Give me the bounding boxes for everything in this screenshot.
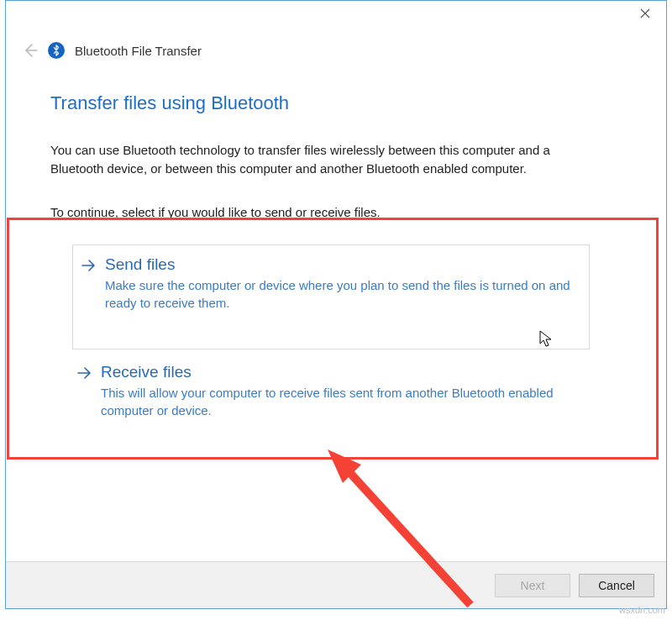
- option-send-desc: Make sure the computer or device where y…: [105, 276, 575, 312]
- watermark-text: wsxdn.com: [619, 605, 665, 615]
- arrow-left-icon: [21, 42, 38, 59]
- option-send-body: Send files Make sure the computer or dev…: [105, 255, 575, 312]
- option-receive-title: Receive files: [101, 363, 571, 381]
- option-send-files[interactable]: Send files Make sure the computer or dev…: [72, 244, 590, 349]
- cancel-button[interactable]: Cancel: [579, 574, 654, 597]
- dialog-window: Bluetooth File Transfer Transfer files u…: [5, 0, 667, 609]
- intro-text: You can use Bluetooth technology to tran…: [50, 141, 588, 178]
- option-receive-desc: This will allow your computer to receive…: [101, 384, 571, 419]
- close-icon: [640, 8, 650, 18]
- back-button[interactable]: [21, 42, 38, 59]
- next-button: Next: [495, 574, 570, 597]
- arrow-right-icon: [80, 257, 97, 312]
- option-send-title: Send files: [105, 255, 575, 274]
- instruction-text: To continue, select if you would like to…: [50, 205, 628, 219]
- dialog-footer: Next Cancel: [6, 561, 666, 608]
- option-receive-files[interactable]: Receive files This will allow your compu…: [72, 360, 590, 434]
- bluetooth-icon: [48, 42, 65, 59]
- options-list: Send files Make sure the computer or dev…: [72, 244, 628, 434]
- close-button[interactable]: [633, 3, 658, 24]
- dialog-title: Bluetooth File Transfer: [75, 44, 202, 58]
- dialog-content: Transfer files using Bluetooth You can u…: [50, 92, 628, 434]
- dialog-header: Bluetooth File Transfer: [21, 42, 202, 59]
- option-receive-body: Receive files This will allow your compu…: [101, 363, 571, 419]
- arrow-right-icon: [76, 365, 92, 419]
- page-title: Transfer files using Bluetooth: [50, 92, 628, 114]
